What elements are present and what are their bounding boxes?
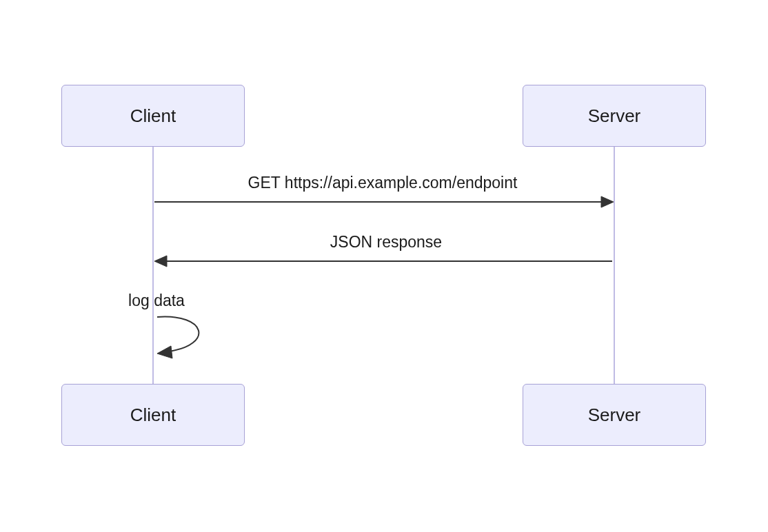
actor-server-bottom: Server [523,384,706,446]
lifeline-server [614,147,615,384]
message-label-self: log data [122,291,191,310]
actor-client-top: Client [61,85,245,147]
arrow-self-loop [157,317,199,351]
arrow-head-self [157,346,172,358]
message-label-response: JSON response [307,233,465,252]
actor-label: Client [130,405,176,426]
actor-client-bottom: Client [61,384,245,446]
actor-label: Server [588,105,641,127]
actor-server-top: Server [523,85,706,147]
arrows-overlay [0,0,768,532]
actor-label: Client [130,105,176,127]
message-label-request: GET https://api.example.com/endpoint [214,174,552,192]
lifeline-client [152,147,154,384]
arrow-head-request [601,196,614,207]
actor-label: Server [588,405,641,426]
arrow-head-response [154,256,167,267]
